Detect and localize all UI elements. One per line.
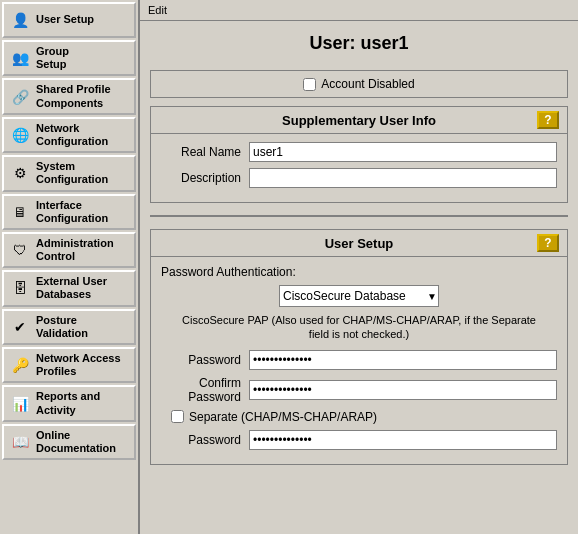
- confirm-password-input[interactable]: [249, 380, 557, 400]
- sidebar-item-shared-profile[interactable]: 🔗 Shared ProfileComponents: [2, 78, 136, 114]
- content-area: User: user1 Account Disabled Supplementa…: [140, 21, 578, 473]
- description-label: Description: [161, 171, 241, 185]
- account-disabled-label: Account Disabled: [321, 77, 414, 91]
- sidebar: 👤 User Setup 👥 GroupSetup 🔗 Shared Profi…: [0, 0, 140, 534]
- network-config-icon: 🌐: [9, 124, 31, 146]
- user-setup-section-header: User Setup ?: [151, 230, 567, 257]
- sidebar-item-label: SystemConfiguration: [36, 160, 108, 186]
- sidebar-item-label: Reports andActivity: [36, 390, 100, 416]
- shared-profile-icon: 🔗: [9, 86, 31, 108]
- sidebar-item-reports[interactable]: 📊 Reports andActivity: [2, 385, 136, 421]
- network-access-icon: 🔑: [9, 354, 31, 376]
- real-name-label: Real Name: [161, 145, 241, 159]
- main-content: Edit User: user1 Account Disabled Supple…: [140, 0, 578, 534]
- system-config-icon: ⚙: [9, 162, 31, 184]
- sidebar-item-label: User Setup: [36, 13, 94, 26]
- account-disabled-checkbox[interactable]: [303, 78, 316, 91]
- online-docs-icon: 📖: [9, 431, 31, 453]
- separate-password-row: Password: [161, 430, 557, 450]
- interface-config-icon: 🖥: [9, 201, 31, 223]
- separate-checkbox[interactable]: [171, 410, 184, 423]
- description-row: Description: [161, 168, 557, 188]
- password-auth-select[interactable]: CiscoSecure Database TACACS+ RADIUS Wind…: [279, 285, 439, 307]
- supplementary-section: Supplementary User Info ? Real Name Desc…: [150, 106, 568, 203]
- info-text: CiscoSecure PAP (Also used for CHAP/MS-C…: [181, 313, 537, 342]
- password-auth-select-wrapper: CiscoSecure Database TACACS+ RADIUS Wind…: [279, 285, 439, 307]
- password-row: Password: [161, 350, 557, 370]
- separate-label: Separate (CHAP/MS-CHAP/ARAP): [189, 410, 377, 424]
- user-setup-help-button[interactable]: ?: [537, 234, 559, 252]
- supplementary-section-title: Supplementary User Info: [181, 113, 537, 128]
- separate-password-label: Password: [161, 433, 241, 447]
- password-label: Password: [161, 353, 241, 367]
- external-db-icon: 🗄: [9, 277, 31, 299]
- sidebar-item-admin-control[interactable]: 🛡 AdministrationControl: [2, 232, 136, 268]
- supplementary-help-button[interactable]: ?: [537, 111, 559, 129]
- sidebar-item-label: NetworkConfiguration: [36, 122, 108, 148]
- separate-password-input[interactable]: [249, 430, 557, 450]
- account-disabled-row: Account Disabled: [150, 70, 568, 98]
- sidebar-item-interface-config[interactable]: 🖥 InterfaceConfiguration: [2, 194, 136, 230]
- sidebar-item-label: InterfaceConfiguration: [36, 199, 108, 225]
- confirm-password-row: ConfirmPassword: [161, 376, 557, 404]
- reports-icon: 📊: [9, 393, 31, 415]
- sidebar-item-label: OnlineDocumentation: [36, 429, 116, 455]
- sidebar-item-external-db[interactable]: 🗄 External UserDatabases: [2, 270, 136, 306]
- password-input[interactable]: [249, 350, 557, 370]
- description-input[interactable]: [249, 168, 557, 188]
- user-setup-section: User Setup ? Password Authentication: Ci…: [150, 229, 568, 465]
- breadcrumb: Edit: [140, 0, 578, 21]
- sidebar-item-network-config[interactable]: 🌐 NetworkConfiguration: [2, 117, 136, 153]
- divider: [150, 215, 568, 217]
- confirm-password-label: ConfirmPassword: [161, 376, 241, 404]
- admin-control-icon: 🛡: [9, 239, 31, 261]
- sidebar-item-online-docs[interactable]: 📖 OnlineDocumentation: [2, 424, 136, 460]
- sidebar-item-system-config[interactable]: ⚙ SystemConfiguration: [2, 155, 136, 191]
- password-auth-label: Password Authentication:: [161, 265, 296, 279]
- real-name-input[interactable]: [249, 142, 557, 162]
- sidebar-item-posture[interactable]: ✔ PostureValidation: [2, 309, 136, 345]
- sidebar-item-label: AdministrationControl: [36, 237, 114, 263]
- sidebar-item-group-setup[interactable]: 👥 GroupSetup: [2, 40, 136, 76]
- sidebar-item-label: GroupSetup: [36, 45, 69, 71]
- real-name-row: Real Name: [161, 142, 557, 162]
- user-setup-section-title: User Setup: [181, 236, 537, 251]
- supplementary-section-body: Real Name Description: [151, 134, 567, 202]
- sidebar-item-label: Network AccessProfiles: [36, 352, 121, 378]
- group-setup-icon: 👥: [9, 47, 31, 69]
- supplementary-section-header: Supplementary User Info ?: [151, 107, 567, 134]
- user-setup-section-body: Password Authentication: CiscoSecure Dat…: [151, 257, 567, 464]
- sidebar-item-user-setup[interactable]: 👤 User Setup: [2, 2, 136, 38]
- sidebar-item-network-access[interactable]: 🔑 Network AccessProfiles: [2, 347, 136, 383]
- separate-checkbox-row: Separate (CHAP/MS-CHAP/ARAP): [171, 410, 557, 424]
- posture-icon: ✔: [9, 316, 31, 338]
- sidebar-item-label: PostureValidation: [36, 314, 88, 340]
- sidebar-item-label: Shared ProfileComponents: [36, 83, 111, 109]
- user-setup-icon: 👤: [9, 9, 31, 31]
- sidebar-item-label: External UserDatabases: [36, 275, 107, 301]
- password-auth-row: Password Authentication:: [161, 265, 557, 279]
- password-auth-dropdown-row: CiscoSecure Database TACACS+ RADIUS Wind…: [161, 285, 557, 307]
- page-title: User: user1: [150, 33, 568, 54]
